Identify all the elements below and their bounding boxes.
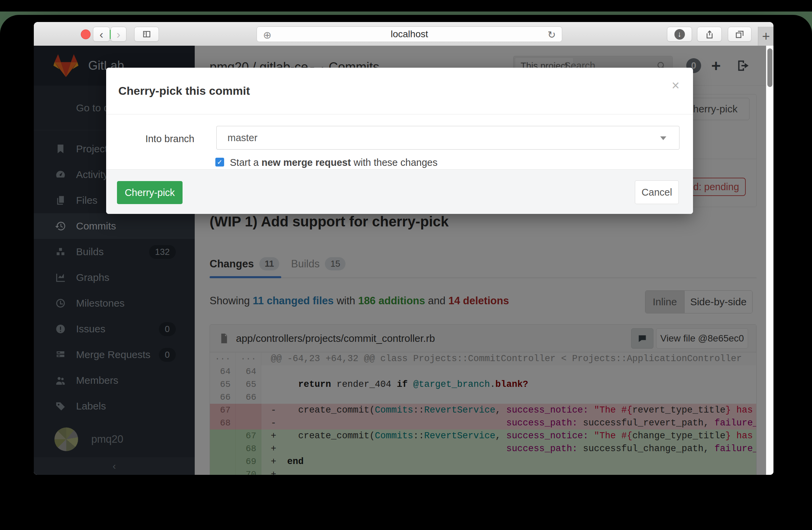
branch-select-value: master bbox=[228, 132, 258, 143]
start-merge-request-label[interactable]: Start a new merge request with these cha… bbox=[230, 157, 437, 168]
close-icon[interactable]: × bbox=[672, 78, 680, 93]
download-icon: ↓ bbox=[675, 29, 685, 40]
sidebar-toggle-button[interactable] bbox=[134, 27, 159, 42]
browser-toolbar: ‹ › ⊕ localhost ↻ ↓ + bbox=[34, 22, 773, 46]
back-button[interactable]: ‹ bbox=[93, 27, 110, 42]
sidebar-toggle-icon bbox=[141, 29, 152, 39]
cherry-pick-modal: Cherry-pick this commit × Into branch ma… bbox=[106, 68, 693, 214]
address-bar[interactable]: ⊕ localhost ↻ bbox=[257, 26, 562, 42]
into-branch-label: Into branch bbox=[106, 133, 194, 144]
scrollbar-track[interactable] bbox=[766, 46, 773, 475]
modal-body: Into branch master ✓ Start a new merge r… bbox=[106, 114, 693, 169]
share-button[interactable] bbox=[697, 27, 722, 42]
close-window-button[interactable] bbox=[81, 29, 91, 39]
share-icon bbox=[705, 29, 715, 40]
branch-select[interactable]: master bbox=[216, 126, 680, 150]
cherry-pick-submit-button[interactable]: Cherry-pick bbox=[117, 181, 183, 204]
new-tab-plus-icon: + bbox=[762, 29, 770, 44]
back-icon: ‹ bbox=[99, 28, 103, 41]
forward-icon: › bbox=[117, 28, 120, 41]
modal-header: Cherry-pick this commit × bbox=[106, 68, 693, 114]
select-caret-icon bbox=[660, 136, 666, 140]
forward-button[interactable]: › bbox=[111, 27, 127, 42]
modal-title: Cherry-pick this commit bbox=[118, 84, 250, 97]
cancel-button[interactable]: Cancel bbox=[635, 180, 679, 204]
checkmark-icon: ✓ bbox=[217, 158, 223, 166]
reload-icon[interactable]: ↻ bbox=[548, 29, 556, 41]
tabs-icon bbox=[734, 29, 745, 39]
downloads-button[interactable]: ↓ bbox=[667, 27, 692, 42]
reader-icon[interactable]: ⊕ bbox=[263, 29, 272, 41]
start-merge-request-checkbox[interactable]: ✓ bbox=[215, 158, 224, 167]
url-text: localhost bbox=[391, 29, 428, 40]
modal-footer: Cherry-pick Cancel bbox=[106, 169, 693, 214]
safari-window: ‹ › ⊕ localhost ↻ ↓ + bbox=[34, 22, 773, 475]
new-tab-button[interactable]: + bbox=[758, 27, 773, 46]
desktop-top-band bbox=[0, 0, 812, 12]
scrollbar-thumb[interactable] bbox=[767, 48, 772, 87]
show-tabs-button[interactable] bbox=[728, 27, 752, 42]
